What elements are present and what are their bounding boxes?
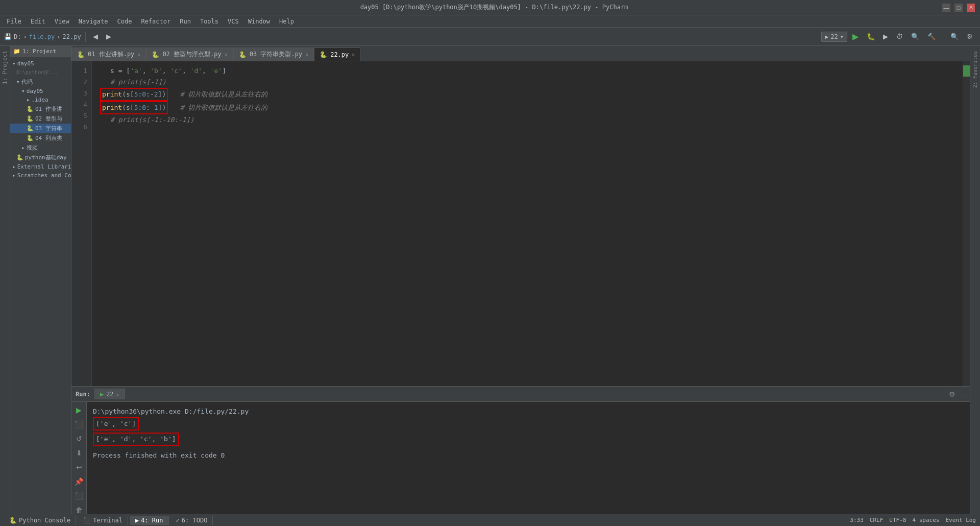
project-header-label: 📁 [13, 48, 20, 55]
tab-03-close[interactable]: ✕ [305, 52, 308, 57]
menu-file[interactable]: File [3, 17, 26, 26]
menu-help[interactable]: Help [275, 17, 298, 26]
tree-item-scratches[interactable]: ▸ Scratches and Cor [10, 171, 71, 180]
terminal-label: Terminal [93, 517, 122, 524]
tree-item-01[interactable]: 🐍 01 作业讲 [10, 104, 71, 114]
code-editor[interactable]: 1 2 3 4 5 6 s = ['a', 'b', 'c', 'd', 'e'… [71, 61, 970, 386]
tree-item-day05-sub[interactable]: ▾ day05 [10, 87, 71, 95]
toolbar-right: ▶ 22 ▾ ▶ 🐛 ▶ ⏱ 🔍 🔨 🔍 ⚙ [821, 30, 976, 43]
menu-window[interactable]: Window [244, 17, 274, 26]
menu-view[interactable]: View [51, 17, 74, 26]
main-layout: 1: Project 📁 1: Project ▾ day05 D:\pytho… [0, 46, 980, 514]
close-button[interactable]: ✕ [967, 4, 975, 12]
bottom-tab-terminal[interactable]: ⬛ Terminal [78, 516, 128, 525]
python-console-label: Python Console [19, 517, 70, 524]
menu-vcs[interactable]: VCS [224, 17, 243, 26]
tree-item-02[interactable]: 🐍 02 整型与 [10, 114, 71, 124]
run-scroll-btn[interactable]: ⬇ [75, 447, 84, 459]
menu-refactor[interactable]: Refactor [137, 17, 175, 26]
menu-edit[interactable]: Edit [27, 17, 50, 26]
project-icon[interactable]: 1: Project [1, 49, 9, 86]
tree-idea-expand: ▸ [27, 97, 30, 103]
code-line-4-comment: # 切片取值默认是从左往右的 [172, 104, 267, 111]
tab-22[interactable]: 🐍 22.py ✕ [314, 47, 360, 61]
run-pin-btn[interactable]: 📌 [73, 476, 85, 487]
tree-item-label: day05 [17, 60, 34, 67]
maximize-button[interactable]: □ [954, 4, 963, 12]
menu-navigate[interactable]: Navigate [75, 17, 112, 26]
toolbar-file[interactable]: file.py [29, 33, 55, 40]
tree-item-03[interactable]: 🐍 03 字符串 [10, 124, 71, 133]
bottom-tab-python-console[interactable]: 🐍 Python Console [4, 516, 76, 525]
tree-idea-label: .idea [32, 97, 48, 103]
favorites-label[interactable]: 2: Favorites [972, 51, 978, 88]
code-line-5: # print(s[-1:-10:-1]) [100, 114, 954, 126]
toolbar-divider [85, 32, 86, 42]
run-stop-btn[interactable]: ⬛ [73, 419, 85, 430]
run-coverage-button[interactable]: ▶ [880, 31, 891, 42]
build-button[interactable]: 🔨 [924, 31, 939, 42]
tree-04-icon: 🐍 [27, 135, 34, 141]
tab-01[interactable]: 🐍 01 作业讲解.py ✕ [71, 47, 146, 61]
code-content[interactable]: s = ['a', 'b', 'c', 'd', 'e'] # print(s[… [92, 61, 963, 386]
code-line-1-text: s = ['a', 'b', 'c', 'd', 'e'] [110, 65, 226, 77]
tree-item-idea[interactable]: ▸ .idea [10, 95, 71, 104]
run-trash-btn[interactable]: 🗑 [74, 505, 84, 514]
menu-code[interactable]: Code [113, 17, 136, 26]
code-line-3: print(s[5:0:-2]) # 切片取值默认是从左往右的 [100, 88, 954, 101]
run-config-icon: ▶ [825, 33, 828, 40]
window-controls[interactable]: — □ ✕ [942, 4, 975, 12]
inspect-button[interactable]: 🔍 [908, 31, 922, 42]
debug-button[interactable]: 🐛 [864, 31, 878, 42]
status-cursor[interactable]: 3:33 [850, 517, 864, 523]
menu-bar: File Edit View Navigate Code Refactor Ru… [0, 15, 980, 28]
tree-item-external-libs[interactable]: ▸ External Libraries [10, 162, 71, 171]
tree-item-videos[interactable]: ▸ 视频 [10, 143, 71, 153]
run-settings-btn[interactable]: ⚙ [949, 390, 955, 398]
status-crlf[interactable]: CRLF [870, 517, 884, 523]
bottom-tab-run[interactable]: ▶ 4: Run [130, 516, 169, 525]
run-rerun-btn[interactable]: ↺ [75, 433, 84, 444]
tab-02-icon: 🐍 [152, 51, 159, 58]
run-minimize-btn[interactable]: — [959, 390, 966, 398]
code-line-2: # print(s[-1]) [100, 77, 954, 88]
toolbar-drive: D: [14, 33, 21, 40]
tab-02[interactable]: 🐍 02 整型与浮点型.py ✕ [146, 47, 233, 61]
tree-item-day05-root[interactable]: ▾ day05 [10, 59, 71, 68]
menu-tools[interactable]: Tools [196, 17, 223, 26]
tab-01-close[interactable]: ✕ [137, 52, 140, 57]
search-button[interactable]: 🔍 [947, 31, 962, 42]
toolbar-back-btn[interactable]: ◀ [90, 31, 101, 42]
project-panel-header: 📁 1: Project [10, 46, 71, 57]
menu-run[interactable]: Run [176, 17, 195, 26]
minimize-button[interactable]: — [942, 4, 950, 12]
tab-03[interactable]: 🐍 03 字符串类型.py ✕ [233, 47, 314, 61]
tree-item-code-folder[interactable]: ▾ 代码 [10, 77, 71, 87]
run-play-btn[interactable]: ▶ [75, 404, 83, 416]
profile-button[interactable]: ⏱ [893, 31, 906, 42]
status-event-log[interactable]: Event Log [945, 517, 976, 523]
tree-item-04[interactable]: 🐍 04 列表类 [10, 133, 71, 143]
run-config-selector[interactable]: ▶ 22 ▾ [821, 32, 847, 42]
run-expand-btn[interactable]: ⬛ [73, 490, 85, 501]
settings-button[interactable]: ⚙ [964, 31, 976, 42]
bottom-tab-todo[interactable]: ✓ 6: TODO [171, 516, 213, 525]
run-button[interactable]: ▶ [849, 30, 862, 43]
toolbar-forward-btn[interactable]: ▶ [103, 31, 114, 42]
tab-02-close[interactable]: ✕ [225, 52, 228, 57]
gutter-marker [963, 65, 970, 77]
toolbar-current-file[interactable]: 22.py [63, 33, 81, 40]
tree-videos-expand: ▸ [21, 145, 25, 151]
toolbar-divider2 [943, 32, 943, 42]
project-tree: ▾ day05 D:\python学... ▾ 代码 ▾ day05 ▸ .id… [10, 57, 71, 514]
run-soft-wrap-btn[interactable]: ↩ [75, 462, 84, 473]
tab-22-close[interactable]: ✕ [352, 52, 355, 57]
status-charset[interactable]: UTF-8 [889, 517, 906, 523]
tree-videos-label: 视频 [27, 144, 38, 152]
status-indent[interactable]: 4 spaces [912, 517, 939, 523]
run-tab[interactable]: ▶ 22 ✕ [94, 389, 125, 399]
run-panel-body: ▶ ⬛ ↺ ⬇ ↩ 📌 ⬛ 🗑 D:\python36\python.exe D… [71, 402, 970, 514]
tree-item-python-basic[interactable]: 🐍 python基础day [10, 153, 71, 162]
run-tab-close[interactable]: ✕ [116, 392, 119, 397]
tab-03-icon: 🐍 [239, 51, 247, 58]
